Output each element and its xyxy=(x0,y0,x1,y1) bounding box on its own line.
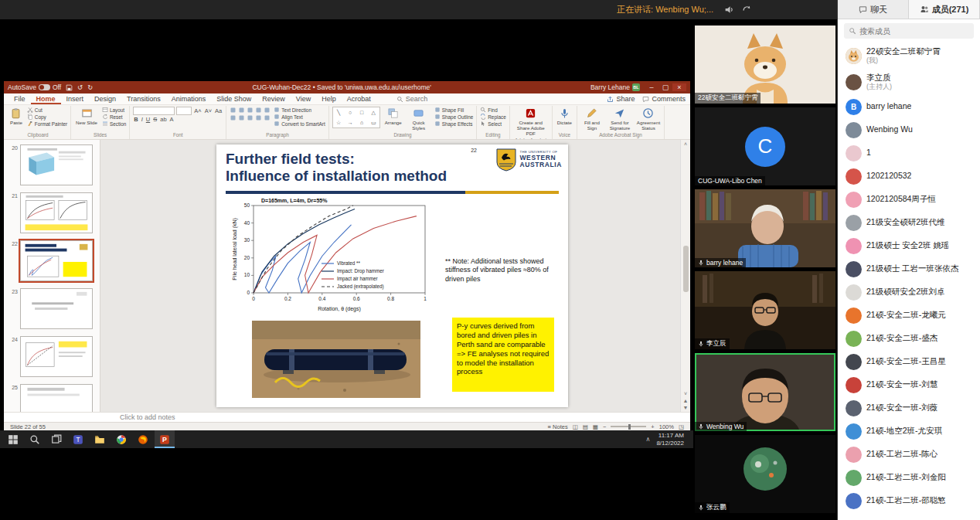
member-row-16[interactable]: 21硕-地空2班-尤安琪 xyxy=(838,420,980,443)
save-icon[interactable] xyxy=(66,84,73,91)
tray-chevron-icon[interactable]: ∧ xyxy=(646,436,651,444)
member-row-13[interactable]: 21硕-安全二班-王昌星 xyxy=(838,350,980,373)
character-spacing-button[interactable]: ab xyxy=(159,116,167,123)
zoom-in-button[interactable]: + xyxy=(651,423,654,430)
share-arrows-icon[interactable] xyxy=(742,5,752,15)
member-row-15[interactable]: 21硕-安全一班-刘薇 xyxy=(838,396,980,420)
member-search[interactable] xyxy=(844,23,974,39)
maximize-button[interactable]: ▢ xyxy=(658,83,672,91)
menu-tab-animations[interactable]: Animations xyxy=(166,93,212,104)
zoom-level[interactable]: 100% xyxy=(659,423,674,430)
convert-to-smartart-button[interactable]: Convert to SmartArt xyxy=(274,121,325,127)
shape-option-4[interactable]: ☆ xyxy=(336,120,341,126)
next-slide-icon[interactable]: ▼ xyxy=(683,405,689,410)
shape-option-2[interactable]: □ xyxy=(360,110,363,115)
member-row-0[interactable]: 22硕安全二班郗宁霄(我) xyxy=(838,42,980,69)
notes-toggle-button[interactable]: ≡ Notes xyxy=(548,423,568,430)
shape-option-1[interactable]: ○ xyxy=(349,110,352,115)
decrease-font-size-button[interactable]: A˅ xyxy=(204,107,213,114)
minimize-button[interactable]: – xyxy=(645,83,658,91)
menu-tab-acrobat[interactable]: Acrobat xyxy=(342,93,376,104)
slide-thumbnail-21[interactable] xyxy=(20,192,93,233)
comments-button[interactable]: Comments xyxy=(642,95,686,103)
account-chip[interactable]: Barry Lehane BL xyxy=(590,83,640,91)
slide-thumbnail-25[interactable] xyxy=(20,384,93,412)
layout-button[interactable]: Layout xyxy=(102,107,126,113)
fill-and-sign-button[interactable]: Fill and Sign xyxy=(580,107,604,131)
format-painter-button[interactable]: Format Painter xyxy=(27,121,67,127)
member-row-3[interactable]: Wenbing Wu xyxy=(838,118,980,141)
change-case-button[interactable]: Aa xyxy=(214,107,223,114)
scroll-down-icon[interactable]: ˅ xyxy=(684,391,687,396)
menu-tab-review[interactable]: Review xyxy=(257,93,291,104)
new-slide-button[interactable]: New Slide xyxy=(74,107,99,126)
taskbar-firefox-button[interactable] xyxy=(133,430,153,448)
close-button[interactable]: × xyxy=(672,83,686,91)
menu-tab-file[interactable]: File xyxy=(9,93,31,104)
member-row-8[interactable]: 21级硕士 安全2班 姚瑶 xyxy=(838,234,980,257)
menu-tab-transitions[interactable]: Transitions xyxy=(121,93,166,104)
scroll-up-icon[interactable]: ˄ xyxy=(684,141,687,147)
fit-slide-button[interactable]: ◳ xyxy=(679,423,684,430)
shape-option-5[interactable]: → xyxy=(348,120,353,125)
video-tile-barry-lehane[interactable]: barry lehane xyxy=(695,189,835,267)
member-row-9[interactable]: 21级硕士 工岩一班张依杰 xyxy=(838,257,980,280)
slide-thumbnail-20[interactable] xyxy=(20,144,93,185)
autosave-control[interactable]: AutoSave Off xyxy=(8,83,61,91)
increase-font-size-button[interactable]: A˄ xyxy=(193,107,202,114)
member-row-14[interactable]: 21硕-安全一班-刘慧 xyxy=(838,373,980,396)
copy-button[interactable]: Copy xyxy=(27,114,67,120)
member-search-input[interactable] xyxy=(859,27,952,36)
italic-button[interactable]: I xyxy=(141,116,144,123)
underline-button[interactable]: U xyxy=(145,116,151,123)
redo-icon[interactable]: ↻ xyxy=(87,83,93,91)
slide-thumbnail-22[interactable] xyxy=(20,240,93,281)
slide-sorter-icon[interactable]: ▤ xyxy=(583,423,588,430)
text-direction-button[interactable]: Text Direction xyxy=(274,107,325,113)
volume-icon[interactable] xyxy=(724,5,734,15)
dictate-button[interactable]: Dictate xyxy=(556,107,573,126)
font-name-select[interactable] xyxy=(133,107,175,115)
video-tile-[interactable]: 李立辰 xyxy=(695,271,835,349)
normal-view-icon[interactable]: ◫ xyxy=(573,423,578,430)
slide-scrollbar[interactable]: ˄ ˅ ▲ ▼ xyxy=(680,140,690,412)
previous-slide-icon[interactable]: ▲ xyxy=(683,398,689,403)
autosave-toggle[interactable] xyxy=(39,84,50,90)
slide-thumbnail-23[interactable] xyxy=(20,288,93,329)
member-row-2[interactable]: Bbarry lehane xyxy=(838,95,980,118)
video-tile-[interactable]: 张云鹏 xyxy=(695,435,835,513)
bold-button[interactable]: B xyxy=(133,116,138,123)
send-for-signature-button[interactable]: Send for Signature xyxy=(607,107,633,131)
video-tile-22[interactable]: 22硕安全二班郗宁霄 xyxy=(695,25,835,104)
taskbar-powerpoint-button[interactable]: P xyxy=(155,430,175,448)
share-button[interactable]: Share xyxy=(607,95,635,103)
menu-tab-home[interactable]: Home xyxy=(31,93,61,104)
taskbar-folder-button[interactable] xyxy=(90,430,110,448)
slide-thumbnail-24[interactable] xyxy=(20,336,93,377)
paste-button[interactable]: Paste xyxy=(9,107,24,126)
member-row-10[interactable]: 21级硕研安全2班刘卓 xyxy=(838,280,980,304)
member-row-7[interactable]: 21级安全硕研2班代维 xyxy=(838,211,980,234)
section-button[interactable]: Section xyxy=(102,121,126,127)
strikethrough-button[interactable]: S xyxy=(152,116,158,123)
shape-option-3[interactable]: △ xyxy=(372,110,376,116)
scrollbar-thumb[interactable] xyxy=(683,246,689,292)
member-row-5[interactable]: 1202120532 xyxy=(838,165,980,188)
find-button[interactable]: Find xyxy=(480,107,505,113)
member-row-17[interactable]: 21硕-工岩二班-陈心 xyxy=(838,443,980,466)
shape-fill-button[interactable]: Shape Fill xyxy=(434,107,474,113)
select-button[interactable]: Select xyxy=(480,121,505,127)
taskbar-clock[interactable]: ∧11:17 AM8/12/2022 xyxy=(646,432,690,447)
member-row-19[interactable]: 21硕-工岩二班-邵聪慜 xyxy=(838,489,980,512)
taskbar-chrome-button[interactable] xyxy=(111,430,131,448)
align-text-button[interactable]: Align Text xyxy=(274,114,325,120)
shape-option-7[interactable]: ▭ xyxy=(371,120,376,126)
taskbar-start-button[interactable] xyxy=(3,430,23,448)
member-row-6[interactable]: 1202120584周子恒 xyxy=(838,188,980,211)
taskbar-teams-button[interactable]: T xyxy=(68,430,88,448)
member-row-4[interactable]: 1 xyxy=(838,141,980,165)
tell-me-search[interactable]: Search xyxy=(396,95,428,103)
menu-tab-help[interactable]: Help xyxy=(316,93,342,104)
tab-chat[interactable]: 聊天 xyxy=(838,0,909,19)
arrange-button[interactable]: Arrange xyxy=(383,107,403,126)
